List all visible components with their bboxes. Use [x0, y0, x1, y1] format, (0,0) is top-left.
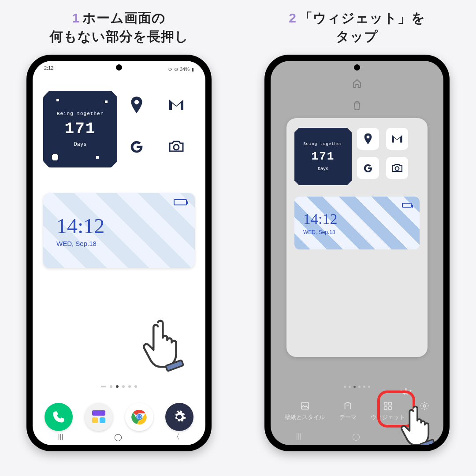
battery-text: 34%	[180, 67, 190, 72]
widgets-app[interactable]	[85, 403, 113, 431]
svg-point-0	[174, 145, 179, 150]
step2-number: 2	[289, 11, 297, 25]
do-not-disturb-icon: ⊘	[174, 67, 178, 72]
chrome-app[interactable]	[125, 403, 153, 431]
svg-rect-1	[92, 410, 105, 416]
status-time: 2:12	[44, 65, 53, 73]
widget-row: Being together 171 Days	[43, 91, 195, 169]
mail-icon[interactable]	[164, 93, 189, 117]
settings-app[interactable]	[165, 403, 193, 431]
clock-widget-mini[interactable]: 14:12 WED, Sep.18	[294, 197, 420, 249]
android-navbar: ||| ◯ 〈	[33, 431, 205, 443]
recent-apps-button[interactable]: |||	[58, 433, 63, 441]
step-2: 2「ウィジェット」を タップ Being together 171 Days	[251, 9, 463, 463]
clock-widget[interactable]: 14:12 WED, Sep.18	[43, 193, 195, 268]
svg-rect-3	[100, 417, 105, 423]
step1-number: 1	[72, 11, 80, 25]
step1-title: 1ホーム画面の 何もない部分を長押し	[50, 9, 189, 46]
phone-app[interactable]	[45, 403, 73, 431]
phone-frame-2: Being together 171 Days	[264, 55, 450, 451]
home-page-preview[interactable]: Being together 171 Days	[286, 118, 428, 357]
battery-icon	[402, 203, 412, 208]
home-button[interactable]: ◯	[352, 432, 360, 441]
camera-icon[interactable]	[386, 157, 408, 179]
camera-notch	[354, 64, 360, 71]
back-button[interactable]: 〈	[173, 432, 180, 442]
tap-hand-icon	[398, 404, 439, 445]
recent-apps-button[interactable]: |||	[296, 432, 301, 440]
app-icons	[124, 93, 195, 169]
dock	[33, 403, 205, 431]
google-icon[interactable]	[357, 157, 379, 179]
page-indicator	[271, 386, 443, 388]
mail-icon[interactable]	[386, 128, 408, 150]
camera-icon[interactable]	[164, 134, 189, 159]
trash-icon[interactable]	[352, 100, 362, 113]
tap-hand-icon	[140, 317, 189, 370]
page-indicator	[33, 385, 205, 388]
google-icon[interactable]	[124, 134, 149, 159]
themes-button[interactable]: テーマ	[339, 401, 357, 421]
home-screen[interactable]: 2:12 ⟳ ⊘ 34% ▮ Being together 171 Days	[33, 61, 205, 445]
map-pin-icon[interactable]	[124, 93, 149, 117]
home-outline-icon	[352, 78, 362, 88]
days-together-widget-mini[interactable]: Being together 171 Days	[294, 128, 352, 185]
svg-point-7	[138, 415, 141, 419]
map-pin-icon[interactable]	[357, 128, 379, 150]
battery-icon: ▮	[191, 67, 194, 72]
days-together-widget[interactable]: Being together 171 Days	[43, 91, 117, 167]
phone-frame-1: 2:12 ⟳ ⊘ 34% ▮ Being together 171 Days	[26, 55, 212, 451]
edit-top-bar	[271, 78, 443, 97]
step2-title: 2「ウィジェット」を タップ	[289, 9, 425, 46]
home-button[interactable]: ◯	[114, 433, 122, 441]
clock-date: WED, Sep.18	[56, 240, 195, 247]
home-edit-screen[interactable]: Being together 171 Days	[271, 61, 443, 445]
svg-point-9	[395, 167, 399, 171]
svg-rect-2	[92, 417, 98, 423]
clock-time: 14:12	[56, 214, 195, 238]
step-1: 1ホーム画面の 何もない部分を長押し 2:12 ⟳ ⊘ 34% ▮ Being …	[13, 9, 225, 463]
wallpaper-button[interactable]: 壁紙とスタイル	[285, 401, 325, 421]
wifi-icon: ⟳	[168, 67, 172, 72]
battery-icon	[174, 199, 187, 205]
camera-notch	[116, 64, 122, 71]
